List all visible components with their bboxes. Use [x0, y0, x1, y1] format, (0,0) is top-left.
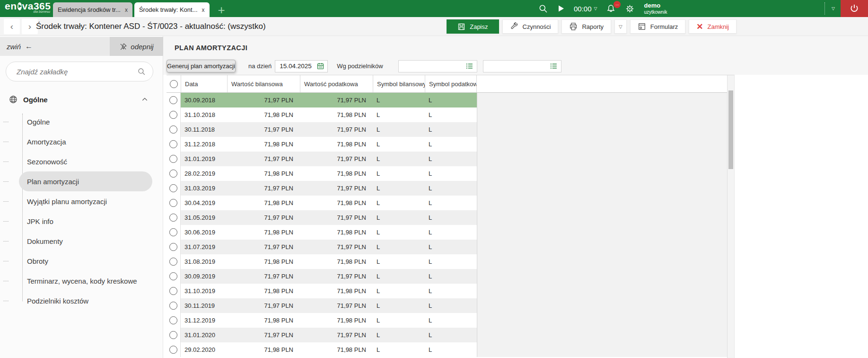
column-header[interactable]: Data — [181, 75, 227, 92]
save-button[interactable]: Zapisz — [447, 19, 499, 34]
table-row[interactable]: 31.08.201971,98 PLN71,98 PLNLL — [167, 254, 734, 269]
tab-srodek-trwaly[interactable]: Środek trwały: Kont... x — [134, 2, 210, 17]
reports-button[interactable]: Raporty — [561, 19, 611, 34]
row-radio[interactable] — [167, 122, 181, 137]
cell-balance-symbol: L — [373, 137, 425, 152]
row-radio[interactable] — [167, 225, 181, 240]
sidebar-search-input[interactable] — [16, 67, 137, 76]
tab-ewidencja-srodkow[interactable]: Ewidencja środków tr... x — [53, 2, 132, 17]
calendar-icon[interactable] — [316, 62, 324, 70]
row-radio[interactable] — [167, 181, 181, 196]
row-radio[interactable] — [167, 166, 181, 181]
row-radio[interactable] — [167, 152, 181, 166]
play-icon[interactable] — [557, 5, 565, 12]
sidebar-item[interactable]: Wyjątki planu amortyzacji — [19, 191, 152, 211]
sidebar-item-label: Wyjątki planu amortyzacji — [27, 197, 107, 206]
sidebar-item[interactable]: Dokumenty — [19, 231, 152, 251]
row-filler — [477, 240, 734, 254]
settings-gear-icon[interactable] — [625, 4, 635, 14]
row-radio[interactable] — [167, 107, 181, 122]
row-radio[interactable] — [167, 254, 181, 269]
column-header[interactable]: Symbol podatkowy — [425, 75, 477, 92]
sidebar-item[interactable]: Amortyzacja — [19, 132, 152, 152]
table-row[interactable]: 31.03.201971,97 PLN71,97 PLNLL — [167, 181, 734, 196]
nav-back-button[interactable]: ‹ — [4, 19, 20, 34]
sidebar-item-label: Obroty — [27, 257, 48, 265]
nav-forward-button[interactable]: › — [22, 19, 38, 34]
table-row[interactable]: 30.11.201971,97 PLN71,97 PLNLL — [167, 298, 734, 313]
table-row[interactable]: 30.04.201971,98 PLN71,98 PLNLL — [167, 196, 734, 210]
sidebar-group-ogolne[interactable]: Ogólne — [0, 91, 163, 108]
tab-close-icon[interactable]: x — [125, 7, 128, 13]
work-timer[interactable]: 00:00 ▽ — [574, 5, 597, 13]
row-filler — [477, 137, 734, 152]
row-filler — [477, 210, 734, 225]
tab-close-icon[interactable]: x — [202, 7, 205, 13]
table-row[interactable]: 31.10.201971,98 PLN71,98 PLNLL — [167, 284, 734, 298]
sidebar-item[interactable]: Obroty — [19, 251, 152, 271]
row-radio[interactable] — [167, 342, 181, 357]
tree-connector — [3, 241, 9, 242]
sidebar-item[interactable]: Plan amortyzacji — [19, 171, 152, 191]
sidebar-item[interactable]: Podzielniki kosztów — [19, 291, 152, 311]
sidebar-item[interactable]: JPK info — [19, 211, 152, 231]
sidebar-item-label: Sezonowość — [27, 158, 67, 166]
new-tab-button[interactable]: + — [218, 3, 225, 17]
row-radio[interactable] — [167, 210, 181, 225]
row-radio[interactable] — [167, 269, 181, 284]
row-radio[interactable] — [167, 328, 181, 342]
column-header[interactable]: Wartość podatkowa — [300, 75, 373, 92]
table-row[interactable]: 31.07.201971,97 PLN71,97 PLNLL — [167, 240, 734, 254]
vertical-scrollbar[interactable] — [727, 75, 734, 358]
table-row[interactable]: 31.12.201971,98 PLN71,98 PLNLL — [167, 313, 734, 328]
form-button[interactable]: Formularz — [630, 19, 686, 34]
close-button[interactable]: ✕ Zamknij — [689, 19, 736, 34]
cell-date: 31.03.2019 — [181, 181, 227, 196]
notifications-button[interactable]: ... — [606, 4, 616, 14]
chevron-down-icon[interactable]: ▽ — [832, 6, 835, 11]
row-radio[interactable] — [167, 284, 181, 298]
collapse-sidebar-button[interactable]: zwiń ← — [0, 37, 110, 56]
table-row[interactable]: 29.02.202071,98 PLN71,98 PLNLL — [167, 342, 734, 357]
table-row[interactable]: 31.10.201871,98 PLN71,98 PLNLL — [167, 107, 734, 122]
column-header[interactable]: Wartość bilansowa — [227, 75, 300, 92]
sidebar-item[interactable]: Sezonowość — [19, 152, 152, 171]
search-icon[interactable] — [538, 4, 548, 14]
date-field[interactable]: 15.04.2025 — [275, 60, 328, 72]
cell-tax-value: 71,98 PLN — [300, 107, 373, 122]
table-row[interactable]: 30.06.201971,98 PLN71,98 PLNLL — [167, 225, 734, 240]
sidebar-group-label: Ogólne — [23, 96, 48, 104]
cell-balance-symbol: L — [373, 342, 425, 357]
generate-plan-button[interactable]: Generuj plan amortyzacji — [167, 60, 236, 72]
row-radio[interactable] — [167, 93, 181, 107]
table-row[interactable]: 30.09.201971,97 PLN71,97 PLNLL — [167, 269, 734, 284]
sidebar-item[interactable]: Ogólne — [19, 112, 152, 132]
user-menu[interactable]: demo uzytkownik — [644, 2, 667, 15]
row-radio[interactable] — [167, 137, 181, 152]
radio-icon — [169, 228, 177, 236]
logout-power-button[interactable] — [841, 0, 868, 17]
row-radio[interactable] — [167, 313, 181, 328]
table-row[interactable]: 30.09.201871,97 PLN71,97 PLNLL — [167, 93, 734, 107]
table-row[interactable]: 30.11.201871,97 PLN71,97 PLNLL — [167, 122, 734, 137]
row-radio[interactable] — [167, 196, 181, 210]
cell-tax-symbol: L — [425, 269, 477, 284]
divider-picker-1[interactable] — [398, 60, 477, 72]
scrollbar-thumb[interactable] — [728, 90, 733, 169]
reports-dropdown-caret[interactable]: ▽ — [614, 19, 627, 34]
table-row[interactable]: 28.02.201971,98 PLN71,98 PLNLL — [167, 166, 734, 181]
unpin-button[interactable]: odepnij — [110, 37, 163, 56]
sidebar-item[interactable]: Terminarz, wycena, kody kreskowe — [19, 271, 152, 291]
select-all-radio[interactable] — [167, 75, 181, 92]
table-row[interactable]: 31.12.201871,98 PLN71,98 PLNLL — [167, 137, 734, 152]
table-row[interactable]: 31.05.201971,97 PLN71,97 PLNLL — [167, 210, 734, 225]
actions-button[interactable]: Czynności — [502, 19, 559, 34]
row-radio[interactable] — [167, 298, 181, 313]
table-row[interactable]: 31.01.202071,97 PLN71,97 PLNLL — [167, 328, 734, 342]
column-header[interactable]: Symbol bilansowy — [373, 75, 425, 92]
table-row[interactable]: 31.01.201971,97 PLN71,97 PLNLL — [167, 152, 734, 166]
enova-logo[interactable]: enva365 dla biznesu — [5, 1, 50, 13]
row-radio[interactable] — [167, 240, 181, 254]
chevron-up-icon[interactable] — [141, 96, 149, 103]
divider-picker-2[interactable] — [483, 60, 561, 72]
